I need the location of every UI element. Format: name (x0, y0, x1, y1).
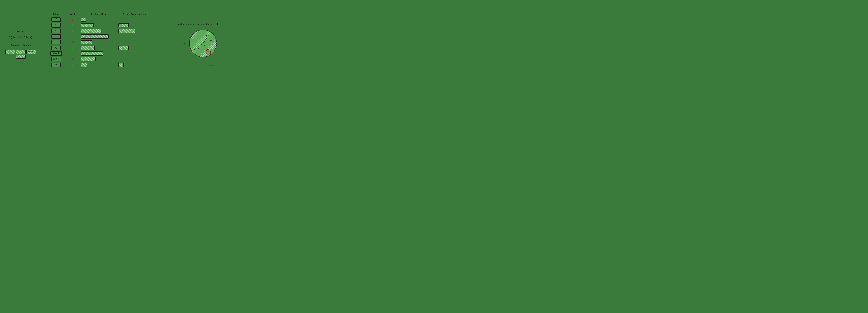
header-after-constraints: After Constraints (117, 13, 151, 16)
prob-cell (80, 57, 117, 61)
prob-bar (81, 57, 96, 61)
valid-cell: ✗ (66, 35, 80, 38)
svg-text:31: 31 (210, 39, 212, 42)
prev-token-3: height (26, 50, 36, 54)
prob-bar (81, 29, 101, 33)
prob-cell (80, 23, 117, 27)
prob-bar (81, 40, 92, 44)
table-area: Token Valid Probability After Constraint… (44, 13, 168, 68)
table-rows: { ✗ 1 ✓ 31 ✓ t ✗ (45, 18, 167, 68)
token-cell: t (46, 34, 66, 39)
svg-text:8,: 8, (207, 51, 210, 53)
prob-cell (80, 63, 117, 67)
valid-cell: ✗ (66, 18, 80, 22)
token-cell: 31 (46, 29, 66, 33)
token-cell: 8, (46, 45, 66, 50)
prev-token-1 (5, 50, 15, 54)
main-divider (41, 5, 42, 76)
valid-cell: ✗ (66, 51, 80, 56)
table-row: { ✗ (45, 18, 167, 22)
table-row: high ✗ (45, 57, 167, 62)
valid-cell: ✓ (66, 46, 80, 50)
prob-bar (81, 63, 87, 67)
table-row: 31 ✓ (45, 29, 167, 33)
token-cell: 1 (46, 23, 66, 28)
valid-check: ✓ (72, 29, 74, 33)
after-cell (117, 46, 151, 50)
sampled-label: Sampled based on weighted probabilities (176, 23, 224, 26)
svg-text:9: 9 (206, 35, 207, 37)
header-valid: Valid (66, 13, 80, 16)
valid-cell: ✓ (66, 29, 80, 33)
pie-container: 9 31 1 8, Next Token (188, 28, 218, 59)
valid-cross: ✗ (72, 40, 74, 44)
after-bar (118, 29, 135, 33)
token-box: " (51, 40, 61, 44)
table-row: 8, ✓ (45, 45, 167, 50)
arrow-icon: → (182, 40, 185, 46)
header-probability: Probability (80, 13, 117, 16)
token-box: 8, (51, 45, 61, 50)
token-box: high (51, 57, 61, 62)
table-row: 1 ✓ (45, 23, 167, 28)
prev-tokens-row: height (2, 50, 40, 59)
next-token-label: Next Token (209, 65, 220, 67)
valid-cell: ✗ (66, 57, 80, 61)
after-divider (169, 11, 170, 76)
after-cell (117, 63, 151, 67)
table-row: 9 ✓ (45, 63, 167, 67)
table-header: Token Valid Probability After Constraint… (45, 13, 167, 16)
regex-pattern: \{"height":\d+,\} (9, 36, 32, 39)
valid-cross: ✗ (72, 35, 74, 38)
pie-chart: 9 31 1 8, (188, 28, 218, 59)
main-container: REGEX \{"height":\d+,\} Previous tokens … (0, 0, 226, 81)
valid-cell: ✓ (66, 63, 80, 67)
arrow-section: → (182, 28, 218, 59)
prob-bar (81, 51, 103, 56)
token-box: 31 (51, 29, 61, 33)
token-box: { (51, 18, 61, 22)
table-row: t ✗ (45, 34, 167, 39)
valid-cell: ✗ (66, 40, 80, 44)
prob-bar (81, 23, 94, 27)
after-cell (117, 29, 151, 33)
header-token: Token (46, 13, 66, 16)
after-bar (118, 46, 129, 50)
after-bar (118, 23, 129, 27)
after-cell (117, 23, 151, 27)
prob-cell (80, 29, 117, 33)
valid-cross: ✗ (72, 57, 74, 61)
left-panel: REGEX \{"height":\d+,\} Previous tokens … (2, 23, 40, 59)
valid-check: ✓ (72, 63, 74, 67)
valid-cross: ✗ (72, 18, 74, 22)
table-row: " ✗ (45, 40, 167, 44)
regex-label: REGEX (17, 30, 25, 33)
after-bar (118, 63, 124, 67)
valid-cross: ✗ (72, 51, 74, 56)
token-box: t (51, 34, 61, 39)
valid-cell: ✓ (66, 23, 80, 27)
prev-tokens-label: Previous tokens (10, 44, 31, 47)
token-box: 9 (51, 63, 61, 67)
svg-text:1: 1 (198, 47, 199, 49)
prev-token-2 (16, 50, 26, 54)
prob-bar (81, 46, 95, 50)
prev-token-4 (16, 55, 26, 59)
prob-cell (80, 51, 117, 56)
prob-cell (80, 40, 117, 44)
prob-cell (80, 46, 117, 50)
prob-bar (81, 34, 109, 39)
prob-cell (80, 34, 117, 39)
valid-check: ✓ (72, 23, 74, 27)
next-token-annotation: Next Token (209, 62, 220, 67)
table-row: short ✗ (45, 51, 167, 56)
token-box: short (51, 51, 62, 56)
valid-check: ✓ (72, 46, 74, 50)
token-cell: 9 (46, 63, 66, 67)
token-box: 1 (51, 23, 61, 28)
right-section: Sampled based on weighted probabilities … (172, 23, 224, 59)
prob-bar (81, 18, 86, 22)
token-cell: high (46, 57, 66, 62)
token-cell: { (46, 18, 66, 22)
token-cell: " (46, 40, 66, 44)
